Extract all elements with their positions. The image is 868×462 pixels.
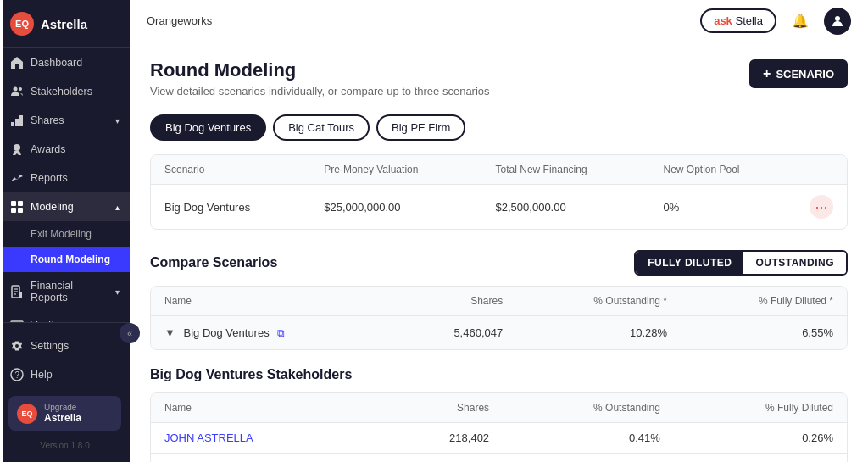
scenario-table: Scenario Pre-Money Valuation Total New F… — [150, 154, 848, 230]
sidebar-sub-label: Exit Modeling — [31, 228, 92, 240]
compare-row-name: ▼ Big Dog Ventures ⧉ — [151, 316, 392, 350]
svg-point-0 — [14, 87, 18, 92]
stk-col-fully-diluted: % Fully Diluted — [674, 393, 847, 423]
help-icon: ? — [10, 368, 24, 381]
upgrade-text: Upgrade Astrella — [44, 403, 81, 424]
chevron-icon: ▴ — [115, 203, 120, 212]
sidebar-item-exit-modeling[interactable]: Exit Modeling — [0, 221, 130, 247]
svg-rect-3 — [15, 119, 19, 126]
sidebar-item-label: Vault — [31, 320, 54, 322]
stakeholders-title: Big Dog Ventures Stakeholders — [150, 367, 848, 382]
notifications-icon[interactable]: 🔔 — [787, 8, 814, 35]
sidebar-item-label: Help — [31, 369, 53, 381]
sidebar-item-shares[interactable]: Shares ▾ — [0, 106, 130, 135]
modeling-icon — [10, 200, 24, 214]
scenario-tabs: Big Dog Ventures Big Cat Tours Big PE Fi… — [150, 114, 848, 141]
user-avatar[interactable] — [824, 8, 851, 35]
page-subtitle: View detailed scenarios individually, or… — [150, 85, 490, 97]
sidebar-bottom: Settings ? Help EQ Upgrade Astrella Vers… — [0, 322, 130, 462]
sidebar-item-help[interactable]: ? Help — [0, 360, 130, 389]
sidebar-item-label: Stakeholders — [31, 86, 92, 97]
sidebar-item-modeling[interactable]: Modeling ▴ — [0, 192, 130, 221]
compare-col-outstanding: % Outstanding * — [516, 287, 681, 316]
list-item: XIAO BOURN 4 0% 0% — [151, 454, 847, 463]
gear-icon — [10, 339, 24, 353]
reports-icon — [10, 171, 24, 185]
financial-reports-icon — [10, 285, 24, 298]
ask-stella-button[interactable]: ask Stella — [700, 8, 776, 33]
pre-money-value: $25,000,000.00 — [310, 185, 481, 230]
sidebar-item-financial-reports[interactable]: Financial Reports ▾ — [0, 272, 130, 311]
compare-col-shares: Shares — [392, 287, 517, 316]
svg-marker-14 — [19, 292, 22, 298]
external-link-icon[interactable]: ⧉ — [277, 327, 285, 339]
sidebar-item-stakeholders[interactable]: Stakeholders — [0, 77, 130, 106]
add-scenario-button[interactable]: + SCENARIO — [749, 59, 848, 88]
stakeholder-link[interactable]: JOHN ASTRELLA — [164, 431, 253, 444]
svg-rect-2 — [11, 122, 14, 126]
award-icon — [10, 142, 24, 156]
svg-rect-7 — [18, 201, 23, 206]
chevron-icon: ▾ — [115, 321, 120, 323]
sidebar-item-settings[interactable]: Settings — [0, 331, 130, 360]
upgrade-icon: EQ — [17, 404, 37, 424]
shares-icon — [10, 114, 24, 127]
svg-rect-4 — [19, 115, 23, 126]
sidebar-item-label: Modeling — [31, 201, 74, 213]
svg-rect-6 — [11, 201, 16, 206]
collapse-sidebar-button[interactable]: « — [120, 323, 140, 343]
sidebar-item-vault[interactable]: Vault ▾ — [0, 311, 130, 322]
sidebar-item-label: Shares — [31, 114, 64, 126]
home-icon — [10, 56, 24, 70]
svg-rect-8 — [11, 208, 16, 213]
svg-point-5 — [14, 144, 20, 151]
table-row: ▼ Big Dog Ventures ⧉ 5,460,047 10.28% 6.… — [151, 316, 847, 350]
total-financing-value: $2,500,000.00 — [482, 185, 650, 230]
stk-fully-diluted: 0% — [674, 454, 847, 463]
col-total-financing: Total New Financing — [482, 155, 650, 185]
sidebar-sub-label: Round Modeling — [31, 253, 110, 265]
stakeholders-table: Name Shares % Outstanding % Fully Dilute… — [150, 392, 848, 462]
users-icon — [10, 85, 24, 98]
scenario-name: Big Dog Ventures — [151, 185, 310, 230]
upgrade-box[interactable]: EQ Upgrade Astrella — [8, 396, 121, 431]
sidebar-item-label: Financial Reports — [31, 280, 108, 303]
main-content: Round Modeling View detailed scenarios i… — [130, 42, 868, 462]
stk-outstanding: 0.41% — [503, 423, 674, 454]
sidebar-nav: Dashboard Stakeholders Shares ▾ Awards — [0, 48, 130, 322]
sidebar-item-label: Dashboard — [31, 57, 82, 69]
scenario-tab-big-pe-firm[interactable]: Big PE Firm — [376, 114, 465, 141]
compare-table: Name Shares % Outstanding * % Fully Dilu… — [150, 286, 848, 350]
row-expand-toggle[interactable]: ▼ — [164, 326, 175, 339]
fully-diluted-toggle[interactable]: FULLY DILUTED — [636, 252, 743, 274]
sidebar-item-dashboard[interactable]: Dashboard — [0, 48, 130, 77]
sidebar-item-label: Awards — [31, 143, 65, 155]
col-pre-money: Pre-Money Valuation — [310, 155, 481, 185]
compare-title: Compare Scenarios — [150, 255, 277, 270]
compare-col-name: Name — [151, 287, 392, 316]
chevron-icon: ▾ — [115, 116, 120, 125]
svg-point-23 — [835, 16, 840, 21]
logo-text: Astrella — [41, 17, 87, 31]
stk-fully-diluted: 0.26% — [674, 423, 847, 454]
outstanding-toggle[interactable]: OUTSTANDING — [743, 252, 846, 274]
version-text: Version 1.8.0 — [0, 437, 130, 454]
logo[interactable]: EQ Astrella — [0, 0, 130, 48]
svg-point-1 — [19, 87, 22, 91]
sidebar-item-reports[interactable]: Reports — [0, 164, 130, 192]
row-actions-button[interactable]: ··· — [810, 195, 833, 219]
sidebar-item-awards[interactable]: Awards — [0, 135, 130, 164]
compare-row-shares: 5,460,047 — [392, 316, 517, 350]
topbar: Orangeworks ask Stella 🔔 — [130, 0, 868, 42]
scenario-tab-big-dog-ventures[interactable]: Big Dog Ventures — [150, 114, 266, 141]
compare-row-fully-diluted: 6.55% — [681, 316, 847, 350]
compare-row-outstanding: 10.28% — [516, 316, 681, 350]
logo-icon: EQ — [10, 12, 34, 36]
sidebar-item-label: Reports — [31, 172, 68, 184]
svg-rect-15 — [11, 321, 23, 322]
chevron-icon: ▾ — [115, 287, 120, 297]
scenario-tab-big-cat-tours[interactable]: Big Cat Tours — [273, 114, 370, 141]
sidebar: EQ Astrella Dashboard Stakeholders Share… — [0, 0, 130, 462]
plus-icon: + — [763, 66, 771, 81]
sidebar-item-round-modeling[interactable]: Round Modeling — [0, 247, 130, 272]
